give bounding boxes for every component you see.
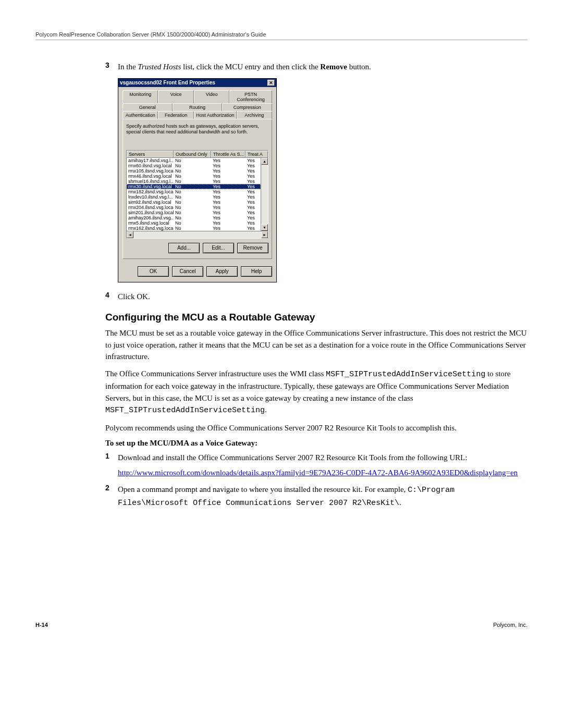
text: Download and install the Office Communic… (118, 452, 528, 464)
table-row[interactable]: rmx162.ilsnd.vsg.localNoYesYes (127, 226, 261, 231)
ok-button[interactable]: OK (138, 266, 169, 277)
numbered-step-1: 1 Download and install the Office Commun… (105, 452, 528, 478)
cell: No (174, 163, 211, 168)
cell: rmx182.ilsnd.vsg.local (127, 189, 174, 194)
cell: Yes (246, 168, 261, 174)
table-row[interactable]: shmuel16.ilsnd.vsg.l...NoYesYes (127, 179, 261, 184)
cell: No (174, 205, 211, 210)
italic-text: Trusted Hosts (138, 63, 181, 71)
edit-button[interactable]: Edit... (203, 243, 234, 253)
page-number: H-14 (35, 622, 48, 628)
cell: No (174, 184, 211, 189)
cell: Yes (211, 220, 246, 226)
col-treat[interactable]: Treat A (246, 151, 268, 158)
vertical-scrollbar[interactable]: ▲ ▼ (261, 158, 268, 231)
table-row[interactable]: rmx204.ilsnd.vsg.localNoYesYes (127, 205, 261, 210)
remove-button[interactable]: Remove (237, 243, 268, 253)
scroll-down-icon[interactable]: ▼ (261, 224, 268, 231)
table-row[interactable]: rmx30.ilsnd.vsg.localNoYesYes (127, 184, 261, 189)
scroll-up-icon[interactable]: ▲ (261, 158, 268, 165)
cell: Yes (246, 179, 261, 184)
cell: No (174, 189, 211, 194)
step-body: Click OK. (118, 291, 528, 303)
cell: Yes (211, 194, 246, 200)
tab-general[interactable]: General (123, 103, 173, 111)
tab-routing[interactable]: Routing (173, 103, 223, 111)
cell: No (174, 179, 211, 184)
panel-button-row: Add... Edit... Remove (126, 243, 268, 253)
horizontal-scrollbar[interactable]: ◄ ► (127, 231, 268, 238)
cell: rmx162.ilsnd.vsg.local (127, 226, 174, 231)
cell: Yes (246, 210, 261, 215)
tab-row-3: Authentication Federation Host Authoriza… (123, 111, 272, 119)
cell: Yes (246, 205, 261, 210)
table-row[interactable]: rmx105.ilsnd.vsg.localNoYesYes (127, 168, 261, 174)
tab-archiving[interactable]: Archiving (237, 111, 272, 119)
footer-right: Polycom, Inc. (493, 622, 528, 628)
cell: rmx5.ilsnd.vsg.local (127, 220, 174, 226)
table-row[interactable]: rmx182.ilsnd.vsg.localNoYesYes (127, 189, 261, 194)
step-body: Download and install the Office Communic… (118, 452, 528, 478)
tab-pstn[interactable]: PSTN Conferencing (229, 90, 272, 103)
tab-authentication[interactable]: Authentication (123, 111, 158, 119)
cell: No (174, 158, 211, 163)
table-row[interactable]: sim92.ilsnd.vsg.localNoYesYes (127, 200, 261, 205)
cell: No (174, 194, 211, 200)
cell: No (174, 168, 211, 174)
scroll-right-icon[interactable]: ► (261, 231, 268, 238)
close-icon[interactable]: ✕ (267, 80, 275, 86)
code-text: MSFT_SIPTrustedAddInServiceSetting (105, 406, 265, 415)
cell: Yes (246, 215, 261, 220)
text: . (399, 498, 401, 507)
tab-compression[interactable]: Compression (222, 103, 272, 111)
table-row[interactable]: amihay206.ilsnd.vsg...NoYesYes (127, 215, 261, 220)
table-row[interactable]: rmx5.ilsnd.vsg.localNoYesYes (127, 220, 261, 226)
cell: Yes (211, 179, 246, 184)
col-throttle[interactable]: Throttle As S... (211, 151, 246, 158)
cell: Yes (211, 158, 246, 163)
scroll-left-icon[interactable]: ◄ (127, 231, 133, 238)
cell: Yes (211, 184, 246, 189)
tab-panel: Specify authorized hosts such as gateway… (123, 119, 272, 259)
add-button[interactable]: Add... (168, 243, 200, 253)
step-3: 3 In the Trusted Hosts list, click the M… (105, 61, 528, 73)
cell: Yes (246, 226, 261, 231)
text: The Office Communications Server infrast… (105, 369, 326, 378)
table-row[interactable]: rmx46.ilsnd.vsg.localNoYesYes (127, 174, 261, 179)
section-heading: Configuring the MCU as a Routable Gatewa… (105, 312, 528, 323)
step-number: 1 (105, 452, 118, 478)
table-row[interactable]: sim201.ilsnd.vsg.localNoYesYes (127, 210, 261, 215)
tab-video[interactable]: Video (194, 90, 229, 103)
col-servers[interactable]: Servers (127, 151, 174, 158)
step-body: In the Trusted Hosts list, click the MCU… (118, 61, 528, 73)
cell: Yes (211, 226, 246, 231)
cell: Yes (211, 205, 246, 210)
cancel-button[interactable]: Cancel (172, 266, 203, 277)
cell: Yes (246, 194, 261, 200)
step-number: 3 (105, 61, 118, 73)
servers-list[interactable]: Servers Outbound Only Throttle As S... T… (126, 150, 268, 239)
tab-voice[interactable]: Voice (158, 90, 193, 103)
table-row[interactable]: rmx60.ilsnd.vsg.localNoYesYes (127, 163, 261, 168)
apply-button[interactable]: Apply (206, 266, 238, 277)
cell: Yes (211, 168, 246, 174)
cell: No (174, 226, 211, 231)
step-body: Open a command prompt and navigate to wh… (118, 484, 528, 509)
page-footer: H-14 Polycom, Inc. (35, 619, 528, 628)
cell: Yes (211, 163, 246, 168)
tab-federation[interactable]: Federation (158, 111, 193, 119)
dialog-button-row: OK Cancel Apply Help (118, 263, 276, 282)
help-button[interactable]: Help (241, 266, 272, 277)
table-row[interactable]: lnxdev10.ilsnd.vsg.l...NoYesYes (127, 194, 261, 200)
cell: Yes (246, 220, 261, 226)
tab-monitoring[interactable]: Monitoring (123, 90, 158, 103)
code-text: MSFT_SIPTrustedAddInServiceSetting (326, 370, 485, 379)
text: In the (118, 63, 138, 71)
cell: No (174, 220, 211, 226)
table-row[interactable]: amihay17.ilsnd.vsg.l...NoYesYes (127, 158, 261, 163)
cell: rmx46.ilsnd.vsg.local (127, 174, 174, 179)
cell: rmx60.ilsnd.vsg.local (127, 163, 174, 168)
download-link[interactable]: http://www.microsoft.com/downloads/detai… (118, 468, 518, 477)
col-outbound[interactable]: Outbound Only (174, 151, 211, 158)
tab-host-authorization[interactable]: Host Authorization (194, 111, 237, 119)
